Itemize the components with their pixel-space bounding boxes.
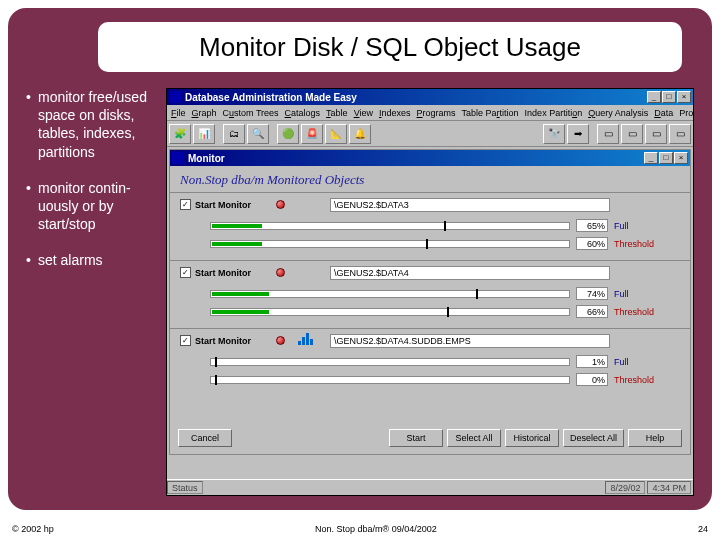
deselect-all-button[interactable]: Deselect All [563, 429, 624, 447]
bullet-item: monitor contin-uously or by start/stop [26, 179, 156, 234]
monitor-row: ✓Start Monitor \GENUS2.$DATA4.SUDDB.EMPS… [170, 328, 690, 396]
footer-right: 24 [698, 524, 708, 534]
menu-item[interactable]: Query Analysis [588, 108, 648, 118]
subwindow-titlebar: Monitor _ □ × [170, 150, 690, 166]
menu-item[interactable]: Custom Trees [223, 108, 279, 118]
bullet-item: set alarms [26, 251, 156, 269]
full-label: Full [614, 289, 662, 299]
toolbar-button[interactable]: 📐 [325, 124, 347, 144]
object-path-field[interactable]: \GENUS2.$DATA4.SUDDB.EMPS [330, 334, 610, 348]
monitor-row: ✓Start Monitor \GENUS2.$DATA3 65% Full 6… [170, 192, 690, 260]
slide-title: Monitor Disk / SQL Object Usage [199, 32, 581, 63]
toolbar-button[interactable]: 📊 [193, 124, 215, 144]
minimize-button[interactable]: _ [644, 152, 658, 164]
toolbar-button[interactable]: ▭ [645, 124, 667, 144]
minimize-button[interactable]: _ [647, 91, 661, 103]
toolbar-button[interactable]: ▭ [621, 124, 643, 144]
menu-item[interactable]: Table Partition [462, 108, 519, 118]
toolbar-button[interactable]: 🚨 [301, 124, 323, 144]
full-label: Full [614, 221, 662, 231]
threshold-label: Threshold [614, 239, 662, 249]
bullet-item: monitor free/used space on disks, tables… [26, 88, 156, 161]
app-icon [169, 91, 181, 103]
close-button[interactable]: × [677, 91, 691, 103]
bars-icon[interactable] [298, 333, 313, 345]
statusbar: Status 8/29/02 4:34 PM [167, 479, 693, 495]
threshold-percent: 0% [576, 373, 608, 386]
help-button[interactable]: Help [628, 429, 682, 447]
threshold-gauge [210, 240, 570, 248]
slide-background: Monitor Disk / SQL Object Usage monitor … [8, 8, 712, 510]
menu-item[interactable]: Indexes [379, 108, 411, 118]
footer-center: Non. Stop dba/m® 09/04/2002 [315, 524, 437, 534]
start-button[interactable]: Start [389, 429, 443, 447]
slide-title-box: Monitor Disk / SQL Object Usage [98, 22, 682, 72]
menu-item[interactable]: Programs [417, 108, 456, 118]
start-monitor-checkbox[interactable]: ✓Start Monitor [180, 199, 251, 210]
status-label: Status [167, 481, 203, 494]
app-title: Database Administration Made Easy [185, 92, 647, 103]
status-time: 4:34 PM [647, 481, 691, 494]
toolbar: 🧩 📊 🗂 🔍 🟢 🚨 📐 🔔 🔭 ➡ ▭ ▭ ▭ ▭ [167, 121, 693, 147]
menu-item[interactable]: Profile [679, 108, 693, 118]
subwindow-title: Monitor [188, 153, 644, 164]
start-monitor-checkbox[interactable]: ✓Start Monitor [180, 335, 251, 346]
close-button[interactable]: × [674, 152, 688, 164]
bullet-list: monitor free/used space on disks, tables… [26, 88, 156, 288]
threshold-gauge [210, 376, 570, 384]
full-percent: 65% [576, 219, 608, 232]
slide-footer: © 2002 hp Non. Stop dba/m® 09/04/2002 24 [12, 524, 708, 534]
button-row: Cancel Start Select All Historical Desel… [170, 426, 690, 450]
subwindow-icon [172, 152, 184, 164]
full-label: Full [614, 357, 662, 367]
toolbar-button[interactable]: ➡ [567, 124, 589, 144]
start-monitor-checkbox[interactable]: ✓Start Monitor [180, 267, 251, 278]
menubar: File Graph Custom Trees Catalogs Table V… [167, 105, 693, 121]
toolbar-button[interactable]: 🧩 [169, 124, 191, 144]
maximize-button[interactable]: □ [662, 91, 676, 103]
menu-item[interactable]: Index Partition [525, 108, 583, 118]
menu-item[interactable]: Catalogs [285, 108, 321, 118]
threshold-label: Threshold [614, 375, 662, 385]
cancel-button[interactable]: Cancel [178, 429, 232, 447]
toolbar-button[interactable]: 🔭 [543, 124, 565, 144]
toolbar-button[interactable]: 🗂 [223, 124, 245, 144]
menu-item[interactable]: View [354, 108, 373, 118]
menu-item[interactable]: File [171, 108, 186, 118]
menu-item[interactable]: Graph [192, 108, 217, 118]
monitor-heading: Non.Stop dba/m Monitored Objects [170, 166, 690, 192]
full-gauge [210, 358, 570, 366]
toolbar-button[interactable]: 🟢 [277, 124, 299, 144]
status-date: 8/29/02 [605, 481, 645, 494]
toolbar-button[interactable]: ▭ [669, 124, 691, 144]
monitor-row: ✓Start Monitor \GENUS2.$DATA4 74% Full 6… [170, 260, 690, 328]
threshold-label: Threshold [614, 307, 662, 317]
toolbar-button[interactable]: 🔍 [247, 124, 269, 144]
toolbar-button[interactable]: 🔔 [349, 124, 371, 144]
menu-item[interactable]: Table [326, 108, 348, 118]
full-percent: 74% [576, 287, 608, 300]
threshold-gauge [210, 308, 570, 316]
threshold-percent: 66% [576, 305, 608, 318]
full-gauge [210, 222, 570, 230]
menu-item[interactable]: Data [654, 108, 673, 118]
monitor-subwindow: Monitor _ □ × Non.Stop dba/m Monitored O… [169, 149, 691, 455]
full-percent: 1% [576, 355, 608, 368]
footer-left: © 2002 hp [12, 524, 54, 534]
full-gauge [210, 290, 570, 298]
historical-button[interactable]: Historical [505, 429, 559, 447]
status-lamp-icon [276, 200, 285, 209]
object-path-field[interactable]: \GENUS2.$DATA4 [330, 266, 610, 280]
maximize-button[interactable]: □ [659, 152, 673, 164]
app-titlebar: Database Administration Made Easy _ □ × [167, 89, 693, 105]
select-all-button[interactable]: Select All [447, 429, 501, 447]
status-lamp-icon [276, 336, 285, 345]
object-path-field[interactable]: \GENUS2.$DATA3 [330, 198, 610, 212]
app-window: Database Administration Made Easy _ □ × … [166, 88, 694, 496]
toolbar-button[interactable]: ▭ [597, 124, 619, 144]
status-lamp-icon [276, 268, 285, 277]
threshold-percent: 60% [576, 237, 608, 250]
